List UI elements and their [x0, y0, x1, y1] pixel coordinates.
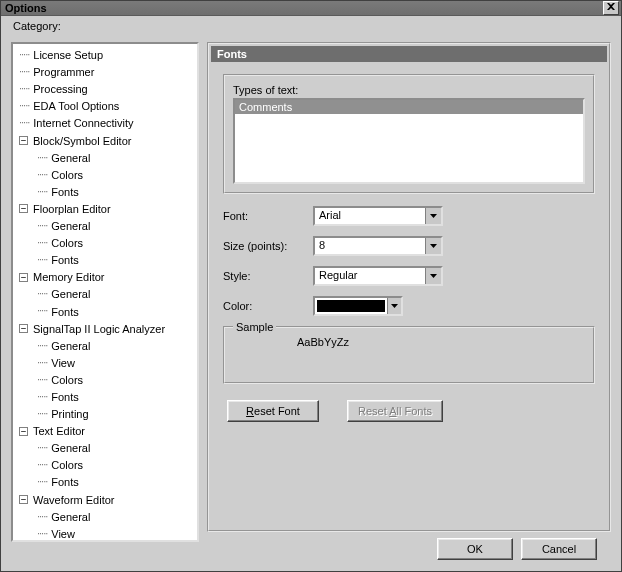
collapse-icon[interactable]: −: [19, 427, 28, 436]
tree-item[interactable]: ·····General: [15, 149, 197, 166]
size-combo[interactable]: 8: [313, 236, 443, 256]
sample-text: AaBbYyZz: [225, 328, 593, 348]
tree-item[interactable]: ·····Colors: [15, 456, 197, 473]
titlebar: Options: [1, 1, 621, 16]
tree-item[interactable]: ·····General: [15, 337, 197, 354]
color-swatch: [317, 300, 385, 312]
font-value: Arial: [315, 208, 425, 224]
tree-item[interactable]: ·····Fonts: [15, 251, 197, 268]
style-label: Style:: [223, 270, 313, 282]
tree-item[interactable]: ·····Fonts: [15, 388, 197, 405]
types-item-comments[interactable]: Comments: [235, 100, 583, 114]
font-label: Font:: [223, 210, 313, 222]
style-value: Regular: [315, 268, 425, 284]
font-combo[interactable]: Arial: [313, 206, 443, 226]
color-combo[interactable]: [313, 296, 403, 316]
types-of-text-label: Types of text:: [233, 84, 585, 96]
tree-item[interactable]: ·····License Setup: [15, 46, 197, 63]
color-label: Color:: [223, 300, 313, 312]
tree-item[interactable]: ·····Printing: [15, 405, 197, 422]
close-button[interactable]: [603, 1, 619, 15]
tree-item[interactable]: ·····View: [15, 354, 197, 371]
tree-group[interactable]: −Floorplan Editor: [15, 200, 197, 217]
chevron-down-icon: [387, 298, 401, 314]
reset-all-fonts-button: Reset All Fonts: [347, 400, 443, 422]
tree-item[interactable]: ·····Fonts: [15, 302, 197, 319]
tree-item[interactable]: ·····Processing: [15, 80, 197, 97]
collapse-icon[interactable]: −: [19, 204, 28, 213]
tree-group[interactable]: −SignalTap II Logic Analyzer: [15, 320, 197, 337]
reset-font-button[interactable]: Reset Font: [227, 400, 319, 422]
sample-legend: Sample: [233, 321, 276, 333]
category-label: Category:: [13, 20, 61, 32]
types-of-text-list[interactable]: Comments: [233, 98, 585, 184]
size-label: Size (points):: [223, 240, 313, 252]
window-title: Options: [5, 2, 47, 14]
tree-item[interactable]: ·····General: [15, 508, 197, 525]
collapse-icon[interactable]: −: [19, 324, 28, 333]
tree-item[interactable]: ·····Fonts: [15, 183, 197, 200]
chevron-down-icon: [425, 208, 441, 224]
category-tree[interactable]: ·····License Setup·····Programmer·····Pr…: [11, 42, 199, 542]
collapse-icon[interactable]: −: [19, 136, 28, 145]
tree-item[interactable]: ·····View: [15, 525, 197, 542]
tree-group[interactable]: −Text Editor: [15, 422, 197, 439]
tree-group[interactable]: −Block/Symbol Editor: [15, 131, 197, 148]
chevron-down-icon: [425, 268, 441, 284]
tree-group[interactable]: −Memory Editor: [15, 268, 197, 285]
tree-item[interactable]: ·····Colors: [15, 166, 197, 183]
sample-group: Sample AaBbYyZz: [223, 326, 595, 384]
tree-item[interactable]: ·····General: [15, 217, 197, 234]
tree-item[interactable]: ·····General: [15, 285, 197, 302]
options-dialog: Options Category: ·····License Setup····…: [0, 0, 622, 572]
tree-group[interactable]: −Waveform Editor: [15, 490, 197, 507]
collapse-icon[interactable]: −: [19, 273, 28, 282]
tree-item[interactable]: ·····Colors: [15, 371, 197, 388]
tree-item[interactable]: ·····Internet Connectivity: [15, 114, 197, 131]
tree-item[interactable]: ·····Programmer: [15, 63, 197, 80]
tree-item[interactable]: ·····General: [15, 439, 197, 456]
style-combo[interactable]: Regular: [313, 266, 443, 286]
collapse-icon[interactable]: −: [19, 495, 28, 504]
ok-button[interactable]: OK: [437, 538, 513, 560]
tree-item[interactable]: ·····EDA Tool Options: [15, 97, 197, 114]
cancel-button[interactable]: Cancel: [521, 538, 597, 560]
panel-title: Fonts: [211, 46, 607, 62]
tree-item[interactable]: ·····Fonts: [15, 473, 197, 490]
size-value: 8: [315, 238, 425, 254]
fonts-panel: Fonts Types of text: Comments Font: Aria…: [207, 42, 611, 532]
chevron-down-icon: [425, 238, 441, 254]
tree-item[interactable]: ·····Colors: [15, 234, 197, 251]
